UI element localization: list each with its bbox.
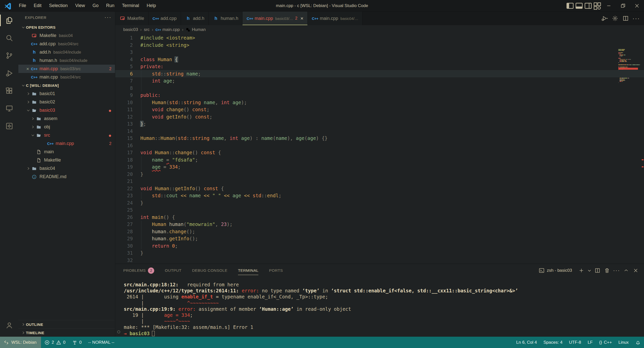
sidebar-bottom-sections: OUTLINETIMELINE [18,320,115,337]
section-timeline[interactable]: TIMELINE [18,328,115,337]
split-terminal-icon[interactable] [593,266,602,275]
code-token: #include [140,35,164,41]
tree-item-label: basic03 [39,108,55,113]
language-mode[interactable]: {}C++ [596,337,615,348]
breadcrumb-item-human[interactable]: Human [186,27,206,32]
close-editor-icon[interactable]: × [24,66,31,72]
close-tab-icon[interactable]: × [300,15,303,21]
kill-terminal-icon[interactable] [602,266,612,275]
menu-view[interactable]: View [71,0,89,11]
explorer-more-actions-icon[interactable]: ··· [104,14,111,21]
menu-selection[interactable]: Selection [45,0,71,11]
indentation[interactable]: Spaces: 4 [540,337,566,348]
menu-go[interactable]: Go [89,0,102,11]
notifications-bell-icon[interactable] [632,337,644,348]
tree-item-basic04[interactable]: basic04 [18,164,115,173]
open-editor-item[interactable]: hadd.hbasic04/include [18,48,115,56]
activity-account[interactable] [0,317,18,334]
code-token: : [158,92,160,98]
minimize-button[interactable] [602,0,616,11]
breadcrumb-item-src[interactable]: src [144,27,150,32]
menu-file[interactable]: File [15,0,30,11]
breadcrumb-item-basic03[interactable]: basic03 [123,27,138,32]
panel-tab-ports[interactable]: PORTS [269,264,283,277]
tree-item-makefile[interactable]: Makefile [18,156,115,164]
tree-item-src[interactable]: src● [18,131,115,139]
panel-more-icon[interactable]: ··· [612,266,621,275]
activity-extensions[interactable] [0,82,18,100]
terminal-prompt[interactable]: → basic03 [124,330,644,336]
restore-button[interactable] [616,0,630,11]
editor-tab-main.cpp[interactable]: C++main.cppbasic04/… [308,12,363,25]
code-line: 5private: [115,63,644,70]
line-number: 28 [115,228,133,235]
open-editor-item[interactable]: C++add.cppbasic04/src [18,40,115,48]
menu-run[interactable]: Run [102,0,118,11]
activity-explorer[interactable] [0,12,18,29]
tree-item-main.cpp[interactable]: C++main.cpp2 [18,139,115,148]
tree-item-obj[interactable]: obj [18,123,115,131]
command-decoration-icon[interactable] [117,330,120,333]
editor-tab-main.cpp[interactable]: C++main.cppbasic03/…2× [243,12,308,25]
code-token: #include [140,42,164,48]
open-editor-item[interactable]: ×C++main.cppbasic03/src2 [18,65,115,73]
open-editor-item[interactable]: hhuman.hbasic04/include [18,56,115,65]
close-window-button[interactable] [630,0,644,11]
panel-tab-output[interactable]: OUTPUT [165,264,181,277]
code-token [218,221,221,227]
terminal-dropdown-icon[interactable] [586,266,593,275]
toggle-secondary-sidebar-icon[interactable] [584,0,593,11]
file-name: main.cpp [39,74,58,80]
terminal-title[interactable]: zsh - basic03 [547,268,572,273]
eol-sequence[interactable]: LF [584,337,596,348]
new-terminal-icon[interactable] [577,266,586,275]
open-editors-header[interactable]: OPEN EDITORS [18,23,115,31]
problems-status[interactable]: 2 0 [41,337,69,348]
editor-tab-Makefile[interactable]: Makefile [115,12,148,25]
tree-item-basic01[interactable]: basic01 [18,90,115,98]
activity-run-debug[interactable] [0,64,18,82]
editor-tab-human.h[interactable]: hhuman.h [209,12,243,25]
panel-tab-problems[interactable]: PROBLEMS2 [123,264,154,277]
customize-layout-icon[interactable] [593,0,602,11]
menu-terminal[interactable]: Terminal [118,0,143,11]
activity-remote-explorer[interactable] [0,100,18,117]
encoding[interactable]: UTF-8 [566,337,584,348]
vim-mode-indicator[interactable]: -- NORMAL -- [85,337,118,348]
editor-tab-add.h[interactable]: hadd.h [181,12,209,25]
code-editor[interactable]: 1#include <iostream>2#include <string>34… [115,34,644,264]
tree-item-assem[interactable]: assem [18,114,115,123]
tree-item-main[interactable]: main [18,148,115,156]
toggle-panel-icon[interactable] [575,0,584,11]
activity-search[interactable] [0,29,18,47]
run-debug-play-icon[interactable] [599,13,610,24]
activity-source-control[interactable] [0,47,18,64]
ports-status[interactable]: 0 [69,337,85,348]
toggle-sidebar-icon[interactable] [566,0,575,11]
breadcrumb-item-main.cpp[interactable]: C++main.cpp [155,27,180,32]
remote-indicator[interactable]: WSL: Debian [0,337,41,348]
open-editor-item[interactable]: Makefilebasic04 [18,31,115,40]
tree-item-readme.md[interactable]: README.md [18,173,115,181]
line-number: 6 [115,70,133,78]
close-panel-icon[interactable] [631,266,640,275]
cursor-position[interactable]: Ln 6, Col 4 [513,337,540,348]
terminal-output[interactable]: src/main.cpp:18:12: required from here/u… [115,277,644,337]
editor-tab-add.cpp[interactable]: C++add.cpp [148,12,181,25]
activity-tools[interactable] [0,117,18,135]
panel-tab-terminal[interactable]: TERMINAL [238,264,259,277]
open-editor-item[interactable]: C++main.cppbasic04/src [18,73,115,81]
more-actions-icon[interactable]: ··· [631,13,641,24]
tree-item-basic02[interactable]: basic02 [18,98,115,106]
maximize-panel-icon[interactable] [621,266,631,275]
tree-item-basic03[interactable]: basic03● [18,106,115,114]
section-outline[interactable]: OUTLINE [18,320,115,328]
settings-gear-icon[interactable] [610,13,620,24]
tree-root[interactable]: C [WSL: DEBIAN] [18,81,115,90]
os-indicator[interactable]: Linux [615,337,632,348]
code-token: void [152,107,164,112]
menu-help[interactable]: Help [143,0,160,11]
split-editor-icon[interactable] [620,13,631,24]
menu-edit[interactable]: Edit [30,0,45,11]
panel-tab-debug-console[interactable]: DEBUG CONSOLE [192,264,227,277]
